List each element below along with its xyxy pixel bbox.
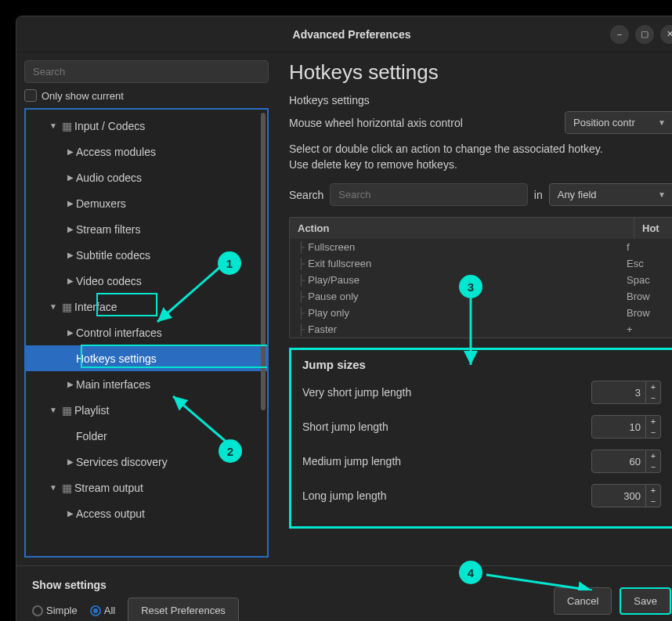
tree-item-demuxers[interactable]: ▶Demuxers (26, 190, 267, 216)
tree-item-input-codecs[interactable]: ▼▦Input / Codecs (26, 113, 267, 139)
chevron-right-icon: ▶ (65, 457, 76, 466)
jump-spinner[interactable]: +− (591, 484, 661, 507)
cancel-button[interactable]: Cancel (554, 587, 612, 615)
page-title: Hotkeys settings (289, 60, 672, 85)
action-search-input[interactable] (330, 183, 527, 206)
tree-item-main-interfaces[interactable]: ▶Main interfaces (26, 371, 267, 397)
in-label: in (534, 189, 543, 201)
chevron-right-icon: ▶ (65, 276, 76, 285)
maximize-button[interactable]: ▢ (635, 25, 654, 44)
sidebar-search-input[interactable] (24, 60, 269, 83)
chevron-right-icon: ▶ (65, 199, 76, 208)
spinner-down[interactable]: − (646, 461, 660, 472)
footer: Show settings Simple All Reset Preferenc… (16, 565, 672, 621)
tree-item-hotkeys-settings[interactable]: Hotkeys settings (26, 345, 267, 371)
callout-4: 4 (459, 561, 482, 584)
radio-icon (90, 605, 101, 616)
chevron-right-icon: ▶ (65, 173, 76, 182)
table-row[interactable]: ├Fullscreenf (290, 239, 672, 255)
tree-item-label: Services discovery (76, 456, 168, 468)
chevron-down-icon: ▼ (48, 483, 59, 492)
action-cell: Fullscreen (308, 241, 627, 253)
jump-input[interactable] (591, 484, 646, 507)
radio-icon (32, 605, 43, 616)
action-cell: Exit fullscreen (308, 258, 627, 269)
tree-item-label: Audio codecs (76, 171, 142, 184)
tree-item-stream-output[interactable]: ▼▦Stream output (26, 475, 267, 500)
preferences-window: Advanced Preferences − ▢ ✕ Only show cur… (16, 16, 672, 621)
jump-input[interactable] (591, 381, 646, 404)
main-panel: Hotkeys settings Hotkeys settings Mouse … (276, 52, 672, 565)
reset-button[interactable]: Reset Preferences (128, 598, 239, 621)
table-row[interactable]: ├Exit fullscreenEsc (290, 255, 672, 272)
hotkey-cell: + (627, 323, 666, 335)
save-button[interactable]: Save (620, 587, 671, 615)
only-show-current-row[interactable]: Only show current (24, 89, 269, 102)
interface-icon: ▦ (59, 301, 74, 313)
mouse-wheel-label: Mouse wheel horizontal axis control (289, 117, 463, 129)
minimize-button[interactable]: − (610, 25, 629, 44)
tree-item-interface[interactable]: ▼▦Interface (26, 294, 267, 320)
chevron-right-icon: ▶ (65, 251, 76, 259)
tree-scrollbar[interactable] (261, 113, 266, 410)
radio-all[interactable]: All (90, 605, 115, 616)
field-dropdown[interactable]: Any field ▼ (549, 183, 672, 206)
chevron-right-icon: ▶ (65, 225, 76, 233)
radio-simple[interactable]: Simple (32, 605, 78, 616)
tree-item-control-interfaces[interactable]: ▶Control interfaces (26, 320, 267, 345)
tree-item-label: Folder (76, 430, 107, 442)
table-row[interactable]: ├Faster+ (290, 321, 672, 338)
spinner-up[interactable]: + (646, 485, 660, 496)
mouse-wheel-dropdown[interactable]: Position contr ▼ (565, 111, 672, 134)
tree-item-label: Interface (74, 301, 117, 313)
tree-item-stream-filters[interactable]: ▶Stream filters (26, 216, 267, 242)
show-settings-label: Show settings (32, 579, 239, 591)
jump-row: Very short jump length+− (302, 381, 661, 404)
col-action[interactable]: Action (290, 218, 634, 239)
stream-icon: ▦ (59, 482, 74, 494)
hotkey-table[interactable]: Action Hot ├Fullscreenf├Exit fullscreenE… (289, 217, 672, 338)
tree-item-label: Access modules (76, 146, 156, 158)
spinner-down[interactable]: − (646, 496, 660, 507)
spinner-down[interactable]: − (646, 392, 660, 403)
jump-spinner[interactable]: +− (591, 450, 661, 473)
spinner-down[interactable]: − (646, 427, 660, 438)
jump-input[interactable] (591, 415, 646, 439)
hotkey-cell: Brow (627, 307, 666, 319)
tree-item-label: Playlist (74, 404, 109, 417)
tree-item-audio-codecs[interactable]: ▶Audio codecs (26, 164, 267, 190)
settings-tree[interactable]: ▼▦Input / Codecs▶Access modules▶Audio co… (24, 108, 269, 558)
jump-spinner[interactable]: +− (591, 415, 661, 439)
window-title: Advanced Preferences (293, 28, 411, 41)
table-row[interactable]: ├Play onlyBrow (290, 305, 672, 321)
jump-sizes-section: Jump sizes Very short jump length+−Short… (289, 348, 672, 529)
tree-item-label: Access output (76, 507, 145, 520)
spinner-up[interactable]: + (646, 416, 660, 427)
hotkey-cell: Esc (627, 258, 666, 269)
close-button[interactable]: ✕ (660, 25, 672, 44)
hotkey-cell: f (627, 241, 666, 253)
chevron-down-icon: ▼ (48, 302, 59, 311)
sidebar: Only show current ▼▦Input / Codecs▶Acces… (16, 52, 276, 565)
callout-2: 2 (219, 439, 242, 463)
jump-label: Very short jump length (302, 386, 411, 399)
jump-label: Short jump length (302, 421, 388, 433)
chevron-down-icon: ▼ (658, 190, 666, 199)
jump-spinner[interactable]: +− (591, 381, 661, 404)
chevron-right-icon: ▶ (65, 509, 76, 518)
chevron-down-icon: ▼ (658, 118, 666, 127)
tree-item-access-output[interactable]: ▶Access output (26, 500, 267, 526)
tree-item-label: Demuxers (76, 197, 126, 210)
jump-input[interactable] (591, 450, 646, 473)
tree-item-label: Subtitle codecs (76, 249, 150, 262)
jump-row: Short jump length+− (302, 415, 661, 439)
action-cell: Faster (308, 323, 627, 335)
tree-item-playlist[interactable]: ▼▦Playlist (26, 397, 267, 423)
tree-item-access-modules[interactable]: ▶Access modules (26, 139, 267, 164)
spinner-up[interactable]: + (646, 450, 660, 461)
checkbox-icon[interactable] (24, 89, 37, 102)
tree-item-label: Main interfaces (76, 378, 150, 391)
spinner-up[interactable]: + (646, 381, 660, 392)
jump-label: Medium jump length (302, 455, 401, 468)
col-hotkey[interactable]: Hot (634, 218, 672, 239)
